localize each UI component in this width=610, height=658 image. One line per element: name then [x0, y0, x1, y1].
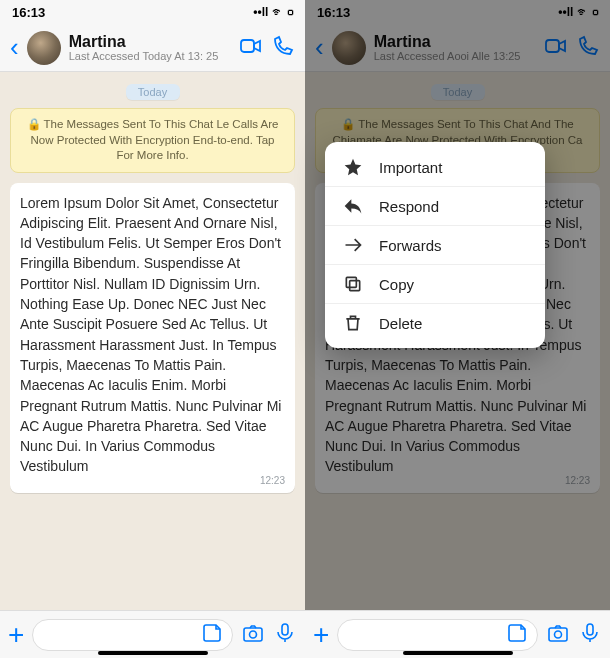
status-time: 16:13 [12, 5, 45, 20]
voice-call-icon[interactable] [271, 34, 295, 62]
menu-respond[interactable]: Respond [325, 186, 545, 225]
status-bar: 16:13 ••ll ᯤ ▢ [0, 0, 305, 24]
mic-icon[interactable] [578, 621, 602, 649]
day-pill: Today [431, 84, 485, 100]
chat-area: Today 🔒 The Messages Sent To This Chat L… [0, 72, 305, 610]
day-pill: Today [126, 84, 180, 100]
message-time: 12:23 [565, 474, 590, 489]
sticker-icon[interactable] [505, 621, 529, 649]
forward-icon [343, 235, 363, 255]
video-call-icon[interactable] [544, 34, 568, 62]
svg-rect-9 [346, 277, 356, 287]
mic-icon[interactable] [273, 621, 297, 649]
message-text: Lorem Ipsum Dolor Sit Amet, Consectetur … [20, 195, 281, 475]
status-bar: 16:13 ••ll ᯤ ▢ [305, 0, 610, 24]
copy-icon [343, 274, 363, 294]
last-seen: Last Accessed Today At 13: 25 [69, 50, 231, 62]
menu-copy[interactable]: Copy [325, 264, 545, 303]
svg-rect-1 [244, 628, 262, 641]
avatar[interactable] [332, 31, 366, 65]
status-indicators: ••ll ᯤ ▢ [558, 5, 598, 19]
attach-button[interactable]: + [313, 619, 329, 651]
message-time: 12:23 [260, 474, 285, 489]
menu-label: Important [379, 159, 442, 176]
menu-label: Copy [379, 276, 414, 293]
video-call-icon[interactable] [239, 34, 263, 62]
back-button[interactable]: ‹ [315, 32, 324, 63]
svg-rect-3 [282, 624, 288, 635]
camera-icon[interactable] [241, 621, 265, 649]
contact-name[interactable]: Martina [374, 33, 536, 51]
home-indicator[interactable] [403, 651, 513, 655]
svg-rect-8 [350, 281, 360, 291]
message-context-menu: Important Respond Forwards Copy Delete [325, 142, 545, 348]
svg-rect-4 [546, 40, 559, 52]
avatar[interactable] [27, 31, 61, 65]
attach-button[interactable]: + [8, 619, 24, 651]
last-seen: Last Accessed Aooi Alle 13:25 [374, 50, 536, 62]
menu-label: Forwards [379, 237, 442, 254]
menu-label: Delete [379, 315, 422, 332]
chat-header: ‹ Martina Last Accessed Aooi Alle 13:25 [305, 24, 610, 72]
trash-icon [343, 313, 363, 333]
svg-rect-7 [587, 624, 593, 635]
contact-name[interactable]: Martina [69, 33, 231, 51]
message-bubble[interactable]: Lorem Ipsum Dolor Sit Amet, Consectetur … [10, 183, 295, 493]
star-icon [343, 157, 363, 177]
menu-label: Respond [379, 198, 439, 215]
chat-header: ‹ Martina Last Accessed Today At 13: 25 [0, 24, 305, 72]
svg-rect-5 [549, 628, 567, 641]
camera-icon[interactable] [546, 621, 570, 649]
voice-call-icon[interactable] [576, 34, 600, 62]
home-indicator[interactable] [98, 651, 208, 655]
svg-rect-0 [241, 40, 254, 52]
encryption-notice[interactable]: 🔒 The Messages Sent To This Chat Le Call… [10, 108, 295, 173]
status-time: 16:13 [317, 5, 350, 20]
back-button[interactable]: ‹ [10, 32, 19, 63]
message-input[interactable] [337, 619, 538, 651]
svg-point-2 [250, 631, 257, 638]
sticker-icon[interactable] [200, 621, 224, 649]
menu-delete[interactable]: Delete [325, 303, 545, 342]
menu-important[interactable]: Important [325, 148, 545, 186]
status-indicators: ••ll ᯤ ▢ [253, 5, 293, 19]
menu-forwards[interactable]: Forwards [325, 225, 545, 264]
reply-icon [343, 196, 363, 216]
message-input[interactable] [32, 619, 233, 651]
svg-point-6 [555, 631, 562, 638]
